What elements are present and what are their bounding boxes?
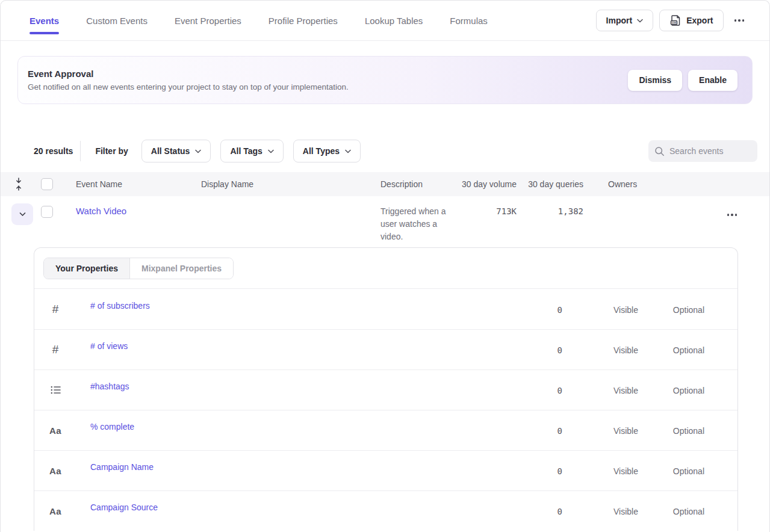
- tab-events-label: Events: [29, 16, 59, 26]
- property-requirement: Optional: [638, 345, 704, 355]
- tab-formulas[interactable]: Formulas: [450, 1, 488, 40]
- text-glyph: Aa: [49, 425, 61, 436]
- property-name-link[interactable]: Campaign Source: [76, 503, 520, 512]
- tags-filter-label: All Tags: [230, 146, 262, 156]
- property-visibility: Visible: [562, 507, 638, 516]
- tab-custom-events[interactable]: Custom Events: [86, 1, 147, 40]
- event-volume: 713K: [452, 196, 518, 216]
- text-icon: Aa: [34, 425, 76, 436]
- tab-lookup-tables[interactable]: Lookup Tables: [365, 1, 423, 40]
- chevron-down-icon: [195, 149, 201, 153]
- filter-bar: 20 results Filter by All Status All Tags…: [1, 140, 769, 162]
- types-filter-dropdown[interactable]: All Types: [293, 140, 361, 162]
- event-description-text: Triggered when a user watches a video.: [380, 205, 452, 243]
- text-glyph: Aa: [49, 506, 61, 516]
- property-row: Aa Campaign Source 0 Visible Optional: [34, 490, 737, 531]
- tab-mixpanel-properties[interactable]: Mixpanel Properties: [130, 258, 233, 279]
- lexicon-events-page: Events Custom Events Event Properties Pr…: [0, 0, 770, 532]
- text-icon: Aa: [34, 506, 76, 516]
- tab-custom-events-label: Custom Events: [86, 16, 147, 26]
- property-name-link[interactable]: # of views: [76, 341, 520, 351]
- import-button[interactable]: Import: [596, 10, 654, 31]
- nav-actions: Import csv Export: [596, 10, 769, 31]
- tab-event-properties-label: Event Properties: [175, 16, 241, 26]
- search-events-input[interactable]: [669, 146, 748, 156]
- property-requirement: Optional: [638, 466, 704, 476]
- property-row: Aa % complete 0 Visible Optional: [34, 410, 737, 450]
- tab-your-properties[interactable]: Your Properties: [44, 258, 130, 279]
- collapse-vertical-icon: [14, 178, 23, 191]
- tab-profile-properties-label: Profile Properties: [269, 16, 338, 26]
- ellipsis-icon: [734, 19, 745, 22]
- property-row: # # of subscribers 0 Visible Optional: [34, 289, 737, 329]
- header-owners: Owners: [585, 179, 693, 189]
- property-row: #hashtags 0 Visible Optional: [34, 370, 737, 410]
- events-table-header: Event Name Display Name Description 30 d…: [1, 172, 769, 196]
- property-requirement: Optional: [638, 507, 704, 516]
- property-visibility: Visible: [562, 305, 638, 315]
- export-button[interactable]: csv Export: [659, 10, 723, 31]
- hash-icon: #: [34, 303, 76, 316]
- enable-button[interactable]: Enable: [688, 70, 737, 91]
- header-volume: 30 day volume: [452, 179, 518, 189]
- property-visibility: Visible: [562, 345, 638, 355]
- collapse-row-button[interactable]: [11, 203, 33, 225]
- select-all-cell: [37, 178, 66, 190]
- chevron-down-icon: [345, 149, 351, 153]
- export-button-label: Export: [686, 16, 713, 25]
- search-events-box: [648, 140, 757, 162]
- tab-event-properties[interactable]: Event Properties: [175, 1, 241, 40]
- text-glyph: Aa: [49, 466, 61, 476]
- chevron-down-icon: [19, 212, 26, 217]
- row-actions-cell: [693, 196, 769, 220]
- hash-glyph: #: [52, 303, 59, 316]
- property-name-link[interactable]: # of subscribers: [76, 301, 520, 311]
- property-name-link[interactable]: % complete: [76, 422, 520, 431]
- event-properties-panel: Your Properties Mixpanel Properties # # …: [34, 247, 738, 531]
- filter-by-label: Filter by: [95, 146, 128, 156]
- panel-tab-bar: Your Properties Mixpanel Properties: [34, 248, 737, 289]
- event-approval-banner: Event Approval Get notified on all new e…: [17, 56, 753, 104]
- tab-profile-properties[interactable]: Profile Properties: [269, 1, 338, 40]
- property-volume: 0: [520, 345, 562, 355]
- chevron-down-icon: [637, 19, 643, 23]
- row-more-button[interactable]: [722, 210, 742, 220]
- row-checkbox[interactable]: [41, 206, 53, 218]
- select-all-checkbox[interactable]: [41, 178, 53, 190]
- properties-segmented-control: Your Properties Mixpanel Properties: [43, 258, 234, 279]
- tab-events[interactable]: Events: [29, 1, 59, 40]
- banner-actions: Dismiss Enable: [628, 70, 737, 91]
- property-row: # # of views 0 Visible Optional: [34, 329, 737, 370]
- hash-icon: #: [34, 343, 76, 356]
- vertical-divider: [80, 141, 81, 161]
- header-display-name: Display Name: [196, 179, 374, 189]
- property-volume: 0: [520, 466, 562, 476]
- row-select-cell: [37, 196, 66, 218]
- collapse-all-button[interactable]: [1, 178, 37, 191]
- banner-text: Event Approval Get notified on all new e…: [28, 69, 349, 91]
- event-row-watch-video: Watch Video Triggered when a user watche…: [1, 196, 769, 240]
- status-filter-dropdown[interactable]: All Status: [141, 140, 211, 162]
- hash-glyph: #: [52, 343, 59, 356]
- property-requirement: Optional: [638, 305, 704, 315]
- tags-filter-dropdown[interactable]: All Tags: [220, 140, 283, 162]
- property-name-link[interactable]: #hashtags: [76, 382, 520, 391]
- chevron-down-icon: [268, 149, 274, 153]
- event-description: Triggered when a user watches a video.: [374, 196, 452, 243]
- banner-title: Event Approval: [28, 69, 349, 79]
- property-visibility: Visible: [562, 466, 638, 476]
- property-name-link[interactable]: Campaign Name: [76, 462, 520, 472]
- tab-lookup-tables-label: Lookup Tables: [365, 16, 423, 26]
- property-visibility: Visible: [562, 386, 638, 395]
- banner-description: Get notified on all new events entering …: [28, 82, 349, 91]
- import-button-label: Import: [606, 16, 633, 25]
- dismiss-button[interactable]: Dismiss: [628, 70, 682, 91]
- nav-tabs: Events Custom Events Event Properties Pr…: [29, 1, 488, 40]
- tab-formulas-label: Formulas: [450, 16, 488, 26]
- property-row: Aa Campaign Name 0 Visible Optional: [34, 450, 737, 490]
- event-name-link[interactable]: Watch Video: [66, 196, 196, 216]
- csv-file-icon: csv: [669, 14, 682, 26]
- nav-more-button[interactable]: [730, 16, 750, 25]
- types-filter-label: All Types: [303, 146, 340, 156]
- list-icon: [34, 385, 76, 395]
